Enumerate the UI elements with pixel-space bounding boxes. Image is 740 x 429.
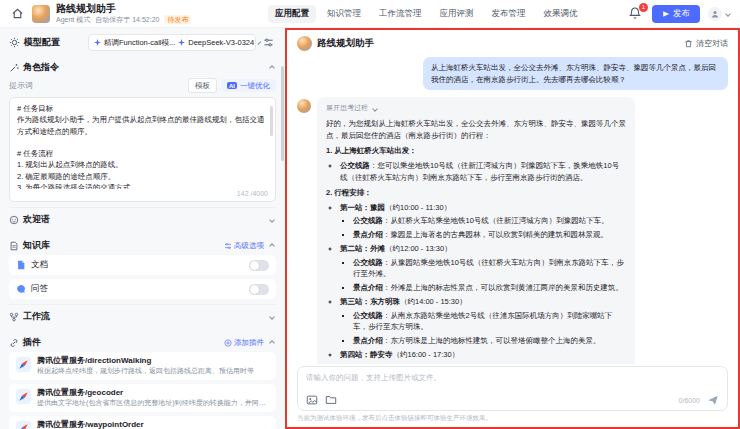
tab-release[interactable]: 发布管理: [485, 5, 533, 23]
clear-conversation-button[interactable]: 清空对话: [684, 38, 728, 49]
welcome-section-header[interactable]: 欢迎语: [9, 207, 276, 229]
itinerary-station: 第三站：东方明珠（约14:00 - 15:30） 公交线路：从南京东路站乘坐地铁…: [340, 296, 626, 346]
app-title: 路线规划助手: [56, 3, 191, 14]
publish-icon: [662, 10, 670, 18]
add-plugin-link[interactable]: 添加插件: [224, 338, 264, 348]
assistant-message-bubble: 展开思考过程 好的，为您规划从上海虹桥火车站出发，全公交去外滩、东方明珠、静安寺…: [317, 97, 635, 364]
image-upload-icon[interactable]: [306, 394, 318, 406]
gear-icon: [9, 37, 20, 48]
workflow-icon: [9, 312, 19, 322]
advanced-options-link[interactable]: 高级选项: [224, 241, 264, 251]
knowledge-doc-row: 文档: [9, 255, 276, 275]
doc-toggle[interactable]: [249, 260, 269, 271]
template-button[interactable]: 模板: [188, 78, 217, 93]
itinerary-station: 第二站：外滩（约12:00 - 13:30） 公交线路：从豫园站乘坐地铁10号线…: [340, 243, 626, 293]
plugin-item-direction-walking[interactable]: 腾讯位置服务/directionWalking 根据起终点经纬度，规划步行路线，…: [9, 352, 276, 380]
doc-label: 文档: [31, 259, 244, 271]
chat-input-box[interactable]: 0/6000: [297, 366, 728, 411]
assistant-message-avatar: [297, 99, 311, 113]
compass-icon: [16, 357, 31, 372]
link-icon: [9, 338, 19, 348]
expand-icon: [269, 217, 275, 223]
prompt-label: 提示词: [9, 80, 33, 91]
chat-input[interactable]: [306, 373, 719, 386]
tab-evaluation[interactable]: 应用评测: [433, 5, 481, 23]
plugin-item-waypoint-order[interactable]: 腾讯位置服务/waypointOrder 基于驾车路线规划，对输入的途经点以最顺…: [9, 416, 276, 429]
welcome-title: 欢迎语: [23, 213, 50, 226]
plugins-title: 插件: [23, 336, 41, 349]
prompt-scrollbar[interactable]: [270, 106, 273, 136]
reply-step-2: 2. 行程安排： 第一站：豫园（约10:00 - 11:30） 公交线路：从虹桥…: [326, 187, 626, 364]
knowledge-qa-row: 问答: [9, 279, 276, 299]
notification-button[interactable]: 1: [628, 6, 644, 22]
trash-icon: [684, 39, 693, 48]
top-tabs: 应用配置 知识管理 工作流管理 应用评测 发布管理 效果调优: [258, 5, 628, 23]
tab-app-config[interactable]: 应用配置: [268, 5, 316, 23]
user-menu[interactable]: [708, 7, 732, 21]
itinerary-station: 第一站：豫园（约10:00 - 11:30） 公交线路：从虹桥火车站乘坐地铁10…: [340, 202, 626, 240]
collapse-icon: [269, 65, 275, 71]
qa-toggle[interactable]: [249, 284, 269, 295]
collapse-icon: [269, 243, 275, 249]
input-char-counter: 0/6000: [679, 397, 700, 404]
prompt-text[interactable]: # 任务目标 作为路线规划小助手，为用户提供从起点到终点的最佳路线规划，包括交通…: [17, 103, 268, 189]
expand-icon: [269, 314, 275, 320]
prompt-char-count: 142 /4000: [17, 189, 268, 198]
message-list: 从上海虹桥火车站出发，全公交去外滩、东方明珠、静安寺、豫园等几个景点，最后回我住…: [287, 55, 738, 364]
agent-avatar: [32, 5, 50, 23]
doc-file-icon: [16, 260, 26, 270]
tab-tuning[interactable]: 效果调优: [537, 5, 585, 23]
knowledge-title: 知识库: [23, 239, 50, 252]
file-upload-icon[interactable]: [325, 394, 337, 406]
model-select[interactable]: 精调Function-call模... DeepSeek-V3-0324: [88, 34, 256, 51]
chevron-down-icon: [372, 106, 378, 112]
plugin-item-geocoder[interactable]: 腾讯位置服务/geocoder 提供由文字地址(包含省市区信息的完整地址)到经纬…: [9, 384, 276, 412]
send-icon[interactable]: [707, 394, 719, 406]
model-settings-button[interactable]: [260, 35, 276, 51]
collapse-icon: [269, 340, 275, 346]
home-button[interactable]: [8, 5, 26, 23]
model-secondary: DeepSeek-V3-0324: [188, 38, 254, 47]
assistant-name: 路线规划助手: [317, 37, 679, 50]
user-message: 从上海虹桥火车站出发，全公交去外滩、东方明珠、静安寺、豫园等几个景点，最后回我住…: [297, 57, 728, 90]
role-instruction-title: 角色指令: [23, 61, 59, 74]
user-message-bubble: 从上海虹桥火车站出发，全公交去外滩、东方明珠、静安寺、豫园等几个景点，最后回我住…: [423, 57, 728, 90]
compass-icon: [16, 389, 31, 404]
model-config-title: 模型配置: [24, 36, 60, 49]
ai-optimize-button[interactable]: AI 一键优化: [221, 79, 276, 92]
smiley-icon: [9, 215, 19, 225]
user-menu-chevron-icon: [725, 11, 731, 17]
thinking-process-toggle[interactable]: 展开思考过程: [326, 103, 626, 114]
notification-badge: 1: [639, 3, 648, 12]
qa-label: 问答: [31, 283, 244, 295]
wand-icon: [9, 63, 19, 73]
model-spark-icon: [178, 39, 185, 46]
knowledge-section-header[interactable]: 知识库 高级选项: [9, 234, 276, 255]
prompt-editor[interactable]: # 任务目标 作为路线规划小助手，为用户提供从起点到终点的最佳路线规划，包括交通…: [9, 97, 276, 202]
home-icon: [11, 7, 24, 20]
left-panel-scrollbar[interactable]: [281, 66, 284, 161]
top-bar: 路线规划助手 Agent 模式 自动保存于 14:52:20 待发布 应用配置 …: [0, 0, 740, 28]
chat-preview-panel: 路线规划助手 清空对话 从上海虹桥火车站出发，全公交去外滩、东方明珠、静安寺、豫…: [285, 28, 740, 429]
role-instruction-header[interactable]: 角色指令: [9, 56, 276, 77]
agent-mode-label: Agent 模式: [56, 16, 90, 24]
ai-badge: AI: [227, 82, 237, 89]
model-config-row: 模型配置 精调Function-call模... DeepSeek-V3-032…: [9, 34, 276, 51]
status-badge: 待发布: [164, 15, 191, 24]
reply-intro: 好的，为您规划从上海虹桥火车站出发，全公交去外滩、东方明珠、静安寺、豫园等几个景…: [326, 118, 626, 141]
compass-icon: [16, 421, 31, 429]
workflow-section-header[interactable]: 工作流: [9, 304, 276, 326]
tab-workflow[interactable]: 工作流管理: [372, 5, 429, 23]
reply-step-1: 1. 从上海虹桥火车站出发： 公交线路：您可以乘坐地铁10号线（往新江湾城方向）…: [326, 145, 626, 183]
assistant-message: 展开思考过程 好的，为您规划从上海虹桥火车站出发，全公交去外滩、东方明珠、静安寺…: [297, 97, 728, 364]
user-avatar-icon: [708, 7, 722, 21]
model-spark-icon: [94, 39, 101, 46]
publish-button[interactable]: 发布: [652, 5, 700, 23]
tab-knowledge[interactable]: 知识管理: [320, 5, 368, 23]
qa-chat-icon: [16, 284, 26, 294]
autosave-status: 自动保存于 14:52:20: [95, 16, 159, 24]
itinerary-station: 第四站：静安寺（约16:00 - 17:30） 公交线路：从陆家嘴站乘坐地铁2号…: [340, 349, 626, 364]
plugins-section-header[interactable]: 插件 添加插件: [9, 331, 276, 352]
model-primary: 精调Function-call模...: [104, 38, 175, 48]
assistant-avatar: [297, 36, 312, 51]
